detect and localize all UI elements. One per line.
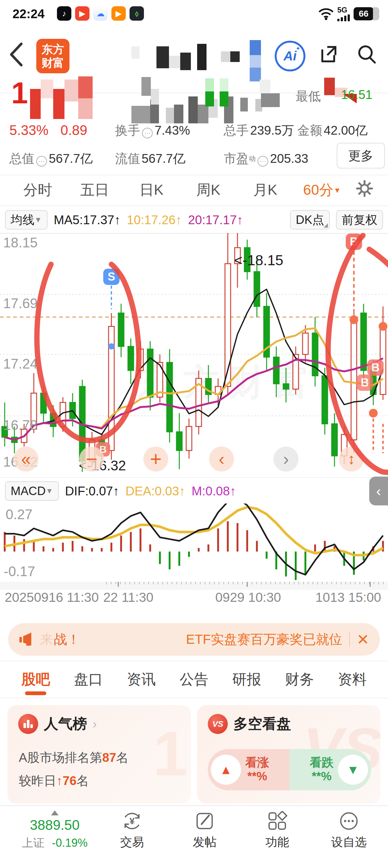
macd-chart[interactable]: 0.27 -0.17	[0, 503, 388, 582]
prev-button[interactable]: ‹	[209, 446, 234, 472]
rank-line2: 较昨日↑76名	[19, 772, 89, 789]
green-app-icon: ⬨	[130, 6, 144, 21]
tab-period-3[interactable]: 周K	[180, 180, 237, 200]
rank-icon	[18, 714, 38, 734]
notification-app-icons: ♪ ▶ ☁ ▶ ⬨	[57, 6, 144, 21]
kline-canvas	[0, 233, 388, 477]
m-value: M:0.08↑	[192, 484, 236, 498]
x-axis-label: 0929 10:30	[215, 590, 281, 605]
battery-tip	[373, 7, 379, 20]
buy-signal-badge: B	[367, 360, 384, 376]
player-app-icon: ▶	[111, 6, 126, 21]
mktcap-label: 总值	[9, 152, 34, 165]
y-axis-label: 17.69	[3, 296, 37, 311]
kline-controls: « − + ‹ › ↕	[0, 446, 388, 475]
macd-indicator-bar: MACD▼ DIF:0.07↑ DEA:0.03↑ M:0.08↑	[0, 477, 388, 504]
vs-card-title: 多空看盘	[233, 714, 291, 734]
tab-content-6[interactable]: 资料	[326, 661, 379, 698]
post-button[interactable]: 发帖	[193, 811, 217, 850]
tab-content-2[interactable]: 资讯	[115, 661, 168, 698]
next-button[interactable]: ›	[273, 446, 298, 472]
more-button[interactable]: 更多	[337, 143, 385, 168]
resize-button[interactable]: ↕	[339, 446, 364, 472]
zoom-out-button[interactable]: −	[79, 446, 104, 472]
macd-y-min: -0.17	[4, 564, 35, 579]
fast-rewind-button[interactable]: «	[13, 446, 38, 472]
promo-banner[interactable]: 来 战！ ETF实盘赛百万豪奖已就位 ✕	[8, 623, 380, 656]
trade-yen-icon: ¥	[122, 811, 142, 831]
floatcap-label: 流值	[115, 152, 140, 165]
bull-up-triangle-icon: ▲	[211, 755, 241, 785]
rank-card-title: 人气榜	[44, 714, 87, 734]
quote-panel: 1 最低 16.51 5.33% 0.89 换手⋯7.43% 总手	[0, 93, 388, 175]
share-icon[interactable]	[318, 44, 338, 64]
x-axis-labels: 20250916 11:3022 11:300929 10:301013 15:…	[0, 590, 388, 606]
tab-content-1[interactable]: 盘口	[62, 661, 115, 698]
buy-signal-badge: B	[346, 234, 362, 250]
pe-dynamic-sup: 动	[249, 154, 256, 162]
cloud-app-icon: ☁	[93, 6, 108, 21]
bear-side[interactable]: 看跌 **% ▼	[289, 749, 371, 790]
amount-value: 42.00亿	[324, 123, 367, 137]
chart-settings-button[interactable]	[351, 180, 379, 201]
banner-close-button[interactable]: ✕	[357, 631, 369, 648]
functions-button[interactable]: 功能	[265, 811, 289, 850]
ai-assistant-button[interactable]: Ai ✦	[275, 41, 305, 71]
tab-content-4[interactable]: 研报	[220, 661, 273, 698]
index-value: 3889.50	[30, 817, 80, 833]
info-icon[interactable]: ⋯	[258, 156, 268, 166]
banner-message: ETF实盘赛百万豪奖已就位	[186, 631, 342, 648]
eastmoney-logo[interactable]: 东方 财富	[36, 39, 69, 73]
zoom-in-button[interactable]: +	[143, 446, 168, 472]
network-type: 5G	[337, 6, 347, 14]
popularity-rank-card[interactable]: 1 人气榜 › A股市场排名第87名 较昨日↑76名	[7, 705, 191, 804]
wifi-icon	[319, 7, 333, 20]
abs-change: 0.89	[60, 122, 87, 138]
forward-adjust-button[interactable]: 前复权	[336, 210, 383, 229]
tab-60min-dropdown[interactable]: 60分▼	[293, 180, 351, 200]
cards-row: 1 人气榜 › A股市场排名第87名 较昨日↑76名 VS VS 多空看盘	[7, 705, 381, 804]
macd-dropdown-button[interactable]: MACD▼	[5, 481, 59, 501]
kline-chart[interactable]: 东方财富 18.15 17.69 17.24 16.78 16.32 <-18.…	[0, 233, 388, 478]
tab-content-3[interactable]: 公告	[168, 661, 221, 698]
expand-triangle-icon	[51, 810, 59, 815]
low-label: 最低	[296, 88, 321, 105]
x-axis-ticks	[0, 582, 388, 590]
turnover-value: 7.43%	[155, 123, 190, 137]
content-tab-bar: 股吧盘口资讯公告研报财务资料	[0, 661, 388, 698]
quote-row-middle: 5.33% 0.89 换手⋯7.43% 总手 239.5万 金额 42.00亿	[0, 118, 388, 143]
ma-dropdown-button[interactable]: 均线▼	[5, 210, 47, 229]
quote-row-bottom: 总值⋯567.7亿 流值 567.7亿 市盈动⋯205.33	[0, 146, 388, 171]
ma20-value: 20:17.17↑	[188, 213, 243, 227]
tab-guba-active[interactable]: 股吧	[9, 661, 62, 698]
dk-point-button[interactable]: DK点	[290, 210, 330, 229]
trade-button[interactable]: ¥ 交易	[120, 811, 144, 850]
bull-bear-card[interactable]: VS VS 多空看盘 ▲ 看涨 **% 看跌 **%	[197, 705, 381, 804]
ma-indicator-bar: 均线▼ MA5:17.37↑ 10:17.26↑ 20:17.17↑ DK点 前…	[0, 207, 388, 233]
pe-value: 205.33	[270, 152, 308, 165]
bull-side[interactable]: ▲ 看涨 **%	[208, 749, 289, 790]
tab-period-4[interactable]: 月K	[237, 180, 294, 200]
tab-period-0[interactable]: 分时	[9, 180, 66, 200]
volume-label: 总手	[224, 123, 249, 137]
back-button[interactable]	[8, 41, 24, 68]
high-price-annotation: <-18.15	[234, 252, 283, 269]
clock: 22:24	[12, 7, 44, 21]
buy-signal-badge: B	[357, 374, 373, 391]
tab-period-1[interactable]: 五日	[66, 180, 123, 200]
mktcap-value: 567.7亿	[49, 152, 93, 165]
dea-value: DEA:0.03↑	[126, 484, 185, 498]
rank-backdrop: 1	[153, 718, 188, 790]
add-watchlist-button[interactable]: 设自选	[331, 811, 367, 850]
info-icon[interactable]: ⋯	[36, 156, 47, 166]
info-icon[interactable]: ⋯	[142, 128, 153, 138]
svg-text:¥: ¥	[130, 816, 135, 826]
tab-period-2[interactable]: 日K	[123, 180, 180, 200]
collapse-panel-button[interactable]: ‹	[369, 476, 388, 505]
index-quote-item[interactable]: 3889.50 上证 -0.19%	[22, 810, 88, 851]
search-icon[interactable]	[357, 44, 377, 64]
turnover-label: 换手	[115, 123, 140, 137]
low-value: 16.51	[341, 88, 373, 102]
bear-down-triangle-icon: ▼	[338, 755, 368, 785]
tab-content-5[interactable]: 财务	[273, 661, 326, 698]
